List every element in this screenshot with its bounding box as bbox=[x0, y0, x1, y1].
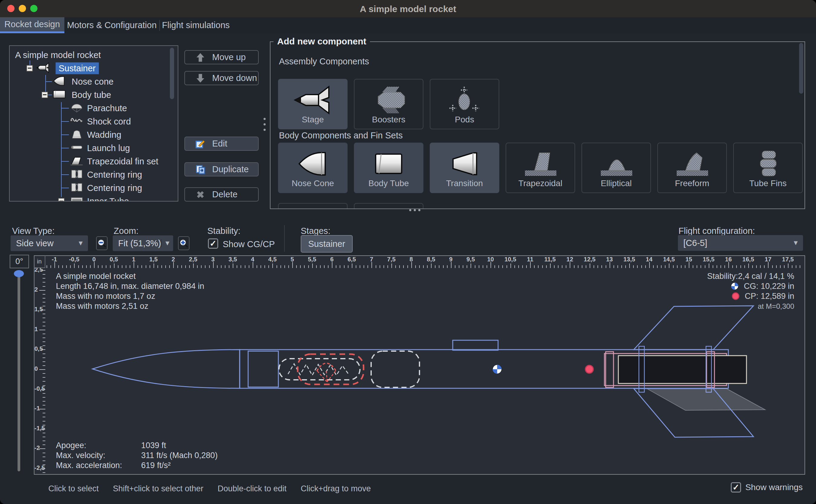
nose-cone-outline[interactable] bbox=[92, 350, 240, 388]
component-button-boosters[interactable]: Boosters bbox=[354, 79, 423, 129]
arrow-down-icon bbox=[195, 73, 206, 83]
move-down-button[interactable]: Move down bbox=[184, 71, 259, 85]
duplicate-pages-icon bbox=[195, 164, 206, 175]
component-button-label: Elliptical bbox=[601, 179, 632, 188]
tree-item-nose-cone[interactable]: Nose cone bbox=[10, 75, 176, 88]
flight-stat-value: 1039 ft bbox=[141, 441, 166, 451]
component-button-label: Trapezoidal bbox=[518, 179, 562, 188]
chevron-down-icon: ▼ bbox=[788, 239, 803, 247]
panel-scrollbar-thumb[interactable] bbox=[799, 43, 803, 94]
flight-config-dropdown[interactable]: [C6-5]▼ bbox=[678, 235, 803, 251]
panel-resize-grip[interactable] bbox=[403, 208, 427, 212]
tab-motors-configuration[interactable]: Motors & Configuration bbox=[64, 17, 159, 33]
show-warnings-control: ✓ Show warnings bbox=[731, 482, 803, 493]
launchlug-icon bbox=[69, 142, 85, 153]
tree-item-trapezoidal-fin-set[interactable]: Trapezoidal fin set bbox=[10, 155, 176, 168]
component-button-tube-fins[interactable]: Tube Fins bbox=[733, 143, 803, 193]
show-cgcp-checkbox[interactable]: ✓ bbox=[208, 238, 218, 249]
component-button-transition[interactable]: Transition bbox=[430, 143, 499, 193]
component-button-stage[interactable]: Stage bbox=[278, 79, 348, 129]
tab-flight-simulations[interactable]: Flight simulations bbox=[160, 17, 232, 33]
zoom-dropdown[interactable]: Fit (51,3%)▼ bbox=[113, 235, 173, 251]
app-window: A simple model rocket Rocket design Moto… bbox=[0, 0, 816, 504]
component-button-partial[interactable] bbox=[354, 203, 423, 209]
centering-ring-outline[interactable] bbox=[606, 352, 614, 387]
tree-item-label: Inner Tube bbox=[87, 196, 129, 202]
tree-item-sustainer[interactable]: Sustainer bbox=[10, 62, 176, 75]
cp-marker bbox=[585, 365, 593, 373]
delete-cross-icon bbox=[195, 189, 206, 200]
fin-top-outline[interactable] bbox=[634, 306, 753, 350]
tree-scrollbar-thumb[interactable] bbox=[170, 48, 174, 99]
centering-icon bbox=[69, 182, 85, 193]
parachute-icon bbox=[69, 102, 85, 113]
magnifier-plus-icon bbox=[179, 239, 188, 248]
tree-item-label: Sustainer bbox=[56, 63, 99, 74]
tree-item-label: Nose cone bbox=[72, 77, 114, 87]
tree-expander-icon[interactable] bbox=[26, 65, 33, 72]
zoom-out-button[interactable] bbox=[96, 236, 108, 250]
nosecone-icon bbox=[51, 76, 67, 86]
component-button-label: Tube Fins bbox=[749, 179, 786, 188]
tree-item-centering-ring[interactable]: Centering ring bbox=[10, 181, 176, 195]
tubefins-icon bbox=[748, 149, 788, 179]
centering-icon bbox=[69, 169, 85, 179]
tree-item-inner-tube[interactable]: Inner Tube bbox=[10, 195, 176, 202]
stability-label: Stability: bbox=[207, 226, 241, 236]
component-button-freeform[interactable]: Freeform bbox=[657, 143, 727, 193]
component-button-trapezoidal[interactable]: Trapezoidal bbox=[506, 143, 575, 193]
zoom-in-button[interactable] bbox=[178, 236, 189, 250]
motor-outline[interactable] bbox=[618, 356, 746, 383]
transition-icon bbox=[445, 149, 484, 179]
zoom-label: Zoom: bbox=[114, 226, 138, 236]
component-tree[interactable]: A simple model rocketSustainerNose coneB… bbox=[9, 45, 178, 202]
rotation-slider-knob[interactable] bbox=[14, 270, 24, 277]
stage-toggle-sustainer[interactable]: Sustainer bbox=[301, 235, 353, 253]
rotation-angle-field[interactable]: 0° bbox=[10, 255, 29, 268]
flight-stats: Apogee:1039 ftMax. velocity:311 ft/s (Ma… bbox=[56, 441, 218, 470]
delete-button[interactable]: Delete bbox=[184, 187, 259, 202]
tree-item-a-simple-model-rocket[interactable]: A simple model rocket bbox=[10, 48, 176, 62]
rotation-slider-track[interactable] bbox=[18, 272, 20, 471]
tree-item-label: Centering ring bbox=[87, 170, 142, 180]
rocket-icon bbox=[35, 62, 51, 73]
move-up-button[interactable]: Move up bbox=[184, 50, 259, 64]
component-button-partial[interactable] bbox=[278, 203, 348, 209]
component-button-elliptical[interactable]: Elliptical bbox=[581, 143, 651, 193]
wadding-outline[interactable] bbox=[371, 351, 419, 387]
nose-shoulder-outline[interactable] bbox=[248, 351, 278, 387]
fin-trap-icon bbox=[521, 149, 560, 179]
tree-item-label: Launch lug bbox=[87, 143, 130, 153]
tree-item-body-tube[interactable]: Body tube bbox=[10, 88, 176, 102]
status-hint: Double-click to edit bbox=[218, 484, 287, 493]
tree-item-wadding[interactable]: Wadding bbox=[10, 128, 176, 141]
panel-divider-grip[interactable] bbox=[264, 118, 267, 142]
edit-button[interactable]: Edit bbox=[184, 137, 259, 151]
bodytube-icon bbox=[51, 89, 67, 100]
tree-expander-icon[interactable] bbox=[58, 198, 65, 202]
component-button-label: Pods bbox=[455, 115, 474, 124]
tree-item-label: Parachute bbox=[87, 103, 127, 113]
tree-item-label: Wadding bbox=[87, 130, 121, 140]
component-button-label: Freeform bbox=[675, 179, 709, 188]
component-button-pods[interactable]: Pods bbox=[430, 79, 499, 129]
component-button-body-tube[interactable]: Body Tube bbox=[354, 143, 423, 193]
tree-item-shock-cord[interactable]: Shock cord bbox=[10, 115, 176, 128]
tree-item-centering-ring[interactable]: Centering ring bbox=[10, 168, 176, 181]
tab-rocket-design[interactable]: Rocket design bbox=[0, 17, 64, 33]
component-button-nose-cone[interactable]: Nose Cone bbox=[278, 143, 348, 193]
component-button-label: Body Tube bbox=[368, 179, 409, 188]
magnifier-minus-icon bbox=[97, 239, 106, 248]
launch-lug-outline[interactable] bbox=[453, 340, 498, 350]
component-button-label: Transition bbox=[446, 179, 483, 188]
show-warnings-checkbox[interactable]: ✓ bbox=[731, 482, 741, 493]
wadding-icon bbox=[69, 129, 85, 140]
duplicate-button[interactable]: Duplicate bbox=[184, 162, 259, 176]
chevron-down-icon: ▼ bbox=[73, 239, 88, 247]
view-type-dropdown[interactable]: Side view▼ bbox=[11, 235, 88, 251]
tree-item-parachute[interactable]: Parachute bbox=[10, 102, 176, 115]
tree-expander-icon[interactable] bbox=[41, 92, 48, 98]
tree-item-launch-lug[interactable]: Launch lug bbox=[10, 141, 176, 155]
assembly-section-label: Assembly Components bbox=[279, 57, 369, 66]
component-button-label: Nose Cone bbox=[292, 179, 334, 188]
